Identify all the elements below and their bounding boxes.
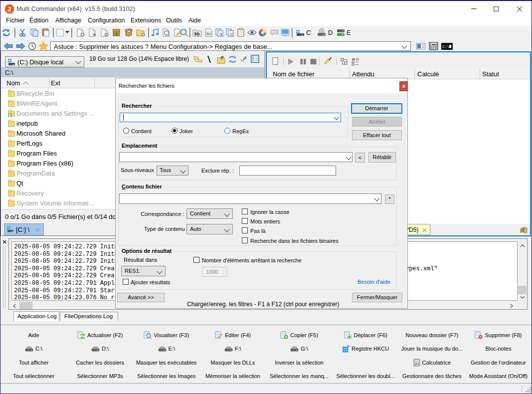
- svg-text:kb: kb: [194, 31, 200, 36]
- svg-text:2: 2: [7, 5, 12, 13]
- svg-text:Σ=: Σ=: [207, 32, 211, 35]
